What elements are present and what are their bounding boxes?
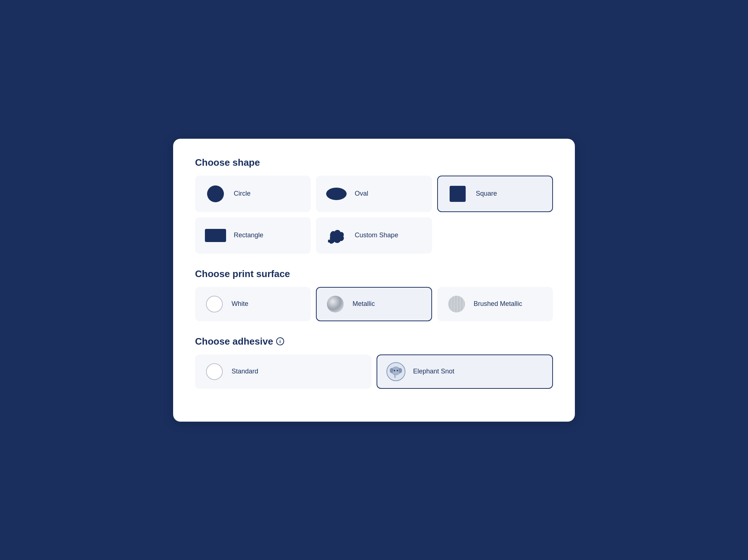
- shape-option-rectangle[interactable]: Rectangle: [195, 217, 311, 254]
- white-label: White: [232, 300, 248, 308]
- rectangle-shape: [205, 229, 226, 242]
- square-icon: [447, 183, 469, 205]
- circle-label: Circle: [234, 190, 251, 197]
- elephant-label: Elephant Snot: [413, 368, 454, 375]
- elephant-svg: [389, 364, 403, 379]
- surface-title-text: Choose print surface: [195, 268, 290, 280]
- brushed-surface-icon: [447, 294, 466, 314]
- adhesive-section: Choose adhesive i Standard: [195, 336, 553, 389]
- metallic-circle: [327, 296, 344, 312]
- adhesive-option-standard[interactable]: Standard: [195, 354, 371, 389]
- shape-options-grid: Circle Oval Square Rectang: [195, 176, 553, 254]
- adhesive-option-elephant[interactable]: Elephant Snot: [377, 354, 553, 389]
- surface-section-title: Choose print surface: [195, 268, 553, 280]
- brushed-circle: [448, 296, 465, 312]
- oval-icon: [325, 183, 347, 205]
- adhesive-title-text: Choose adhesive: [195, 336, 273, 347]
- adhesive-section-title: Choose adhesive i: [195, 336, 553, 347]
- shape-option-oval[interactable]: Oval: [316, 176, 432, 212]
- custom-shape-svg: [327, 226, 346, 245]
- square-label: Square: [476, 190, 497, 197]
- custom-label: Custom Shape: [355, 231, 398, 239]
- surface-options-grid: White Metallic Brushed Metallic: [195, 287, 553, 321]
- metallic-surface-icon: [325, 294, 345, 314]
- standard-circle: [206, 363, 223, 380]
- rectangle-label: Rectangle: [234, 231, 263, 239]
- shape-option-custom[interactable]: Custom Shape: [316, 217, 432, 254]
- standard-adhesive-icon: [205, 362, 224, 381]
- circle-icon: [205, 183, 226, 205]
- svg-point-6: [394, 370, 395, 370]
- surface-option-metallic[interactable]: Metallic: [316, 287, 432, 321]
- white-surface-icon: [205, 294, 224, 314]
- surface-option-brushed[interactable]: Brushed Metallic: [437, 287, 553, 321]
- shape-option-circle[interactable]: Circle: [195, 176, 311, 212]
- rectangle-icon: [205, 225, 226, 246]
- shape-option-square[interactable]: Square: [437, 176, 553, 212]
- elephant-adhesive-icon: [386, 362, 406, 381]
- shape-title-text: Choose shape: [195, 157, 260, 168]
- brushed-label: Brushed Metallic: [474, 300, 522, 308]
- standard-label: Standard: [232, 368, 258, 375]
- svg-point-7: [397, 370, 398, 370]
- white-circle: [206, 296, 223, 312]
- shape-section: Choose shape Circle Oval: [195, 157, 553, 254]
- oval-shape: [326, 188, 347, 200]
- metallic-label: Metallic: [352, 300, 375, 308]
- elephant-circle: [386, 362, 405, 381]
- surface-section: Choose print surface White Metallic: [195, 268, 553, 321]
- circle-shape: [207, 185, 224, 202]
- svg-point-3: [393, 369, 399, 375]
- oval-label: Oval: [355, 190, 368, 197]
- square-shape: [450, 186, 466, 202]
- adhesive-options-grid: Standard: [195, 354, 553, 389]
- main-card: Choose shape Circle Oval: [173, 139, 575, 422]
- info-icon-label: i: [279, 339, 281, 344]
- surface-option-white[interactable]: White: [195, 287, 311, 321]
- shape-section-title: Choose shape: [195, 157, 553, 168]
- custom-shape-icon: [325, 225, 347, 246]
- adhesive-info-icon[interactable]: i: [276, 337, 284, 345]
